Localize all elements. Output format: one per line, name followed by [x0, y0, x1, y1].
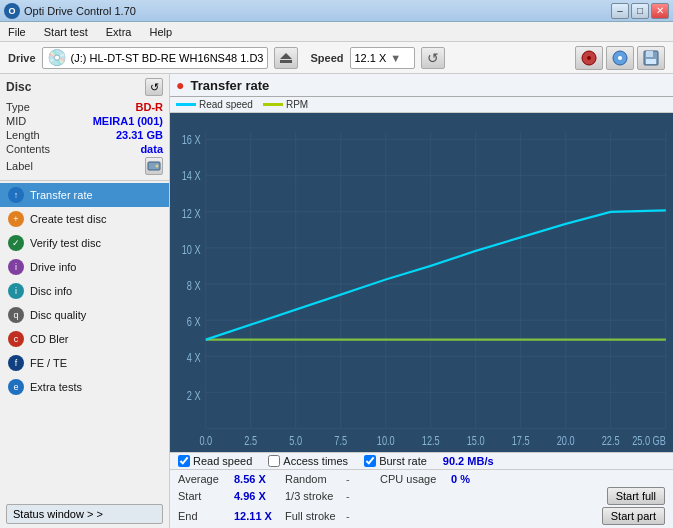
svg-point-3 [587, 56, 591, 60]
sidebar-item-cd-bler[interactable]: c CD Bler [0, 327, 169, 351]
svg-text:22.5: 22.5 [602, 433, 620, 447]
svg-text:10.0: 10.0 [377, 433, 395, 447]
svg-text:12 X: 12 X [182, 206, 201, 220]
access-times-check-label: Access times [283, 455, 348, 467]
sidebar-item-extra-tests[interactable]: e Extra tests [0, 375, 169, 399]
verify-test-disc-icon: ✓ [8, 235, 24, 251]
read-speed-checkbox[interactable] [178, 455, 190, 467]
sidebar: Disc ↺ Type BD-R MID MEIRA1 (001) Length… [0, 74, 170, 528]
full-stroke-label: Full stroke [285, 510, 340, 522]
svg-text:17.5: 17.5 [512, 433, 530, 447]
title-bar: O Opti Drive Control 1.70 – □ ✕ [0, 0, 673, 22]
svg-text:2 X: 2 X [187, 388, 201, 402]
label-icon [147, 159, 161, 173]
sidebar-label-extra-tests: Extra tests [30, 381, 82, 393]
sidebar-item-create-test-disc[interactable]: + Create test disc [0, 207, 169, 231]
drive-select[interactable]: 💿 (J:) HL-DT-ST BD-RE WH16NS48 1.D3 [42, 47, 269, 69]
svg-point-10 [156, 165, 159, 168]
legend-read-speed-label: Read speed [199, 99, 253, 110]
speed-select[interactable]: 12.1 X ▼ [350, 47, 415, 69]
disc-type-label: Type [6, 101, 30, 113]
window-controls: – □ ✕ [611, 3, 669, 19]
svg-rect-1 [280, 60, 292, 63]
sidebar-label-transfer-rate: Transfer rate [30, 189, 93, 201]
status-window-button[interactable]: Status window > > [6, 504, 163, 524]
disc-length-value: 23.31 GB [116, 129, 163, 141]
random-label: Random [285, 473, 340, 485]
cpu-usage-label: CPU usage [380, 473, 445, 485]
toolbar-buttons [575, 46, 665, 70]
app-title: Opti Drive Control 1.70 [24, 5, 136, 17]
eject-button[interactable] [274, 47, 298, 69]
toolbar-btn-1[interactable] [575, 46, 603, 70]
content-area: ● Transfer rate Read speed RPM 16 X 1 [170, 74, 673, 528]
end-label: End [178, 510, 228, 522]
burst-rate-check-label: Burst rate [379, 455, 427, 467]
disc-icon [611, 49, 629, 67]
start-part-button[interactable]: Start part [602, 507, 665, 525]
svg-marker-0 [280, 53, 292, 59]
svg-text:2.5: 2.5 [244, 433, 257, 447]
disc-label-row: Label [6, 156, 163, 176]
drive-bar: Drive 💿 (J:) HL-DT-ST BD-RE WH16NS48 1.D… [0, 42, 673, 74]
access-times-checkbox[interactable] [268, 455, 280, 467]
minimize-button[interactable]: – [611, 3, 629, 19]
disc-length-row: Length 23.31 GB [6, 128, 163, 142]
sidebar-item-fe-te[interactable]: f FE / TE [0, 351, 169, 375]
chart-svg: 16 X 14 X 12 X 10 X 8 X 6 X 4 X 2 X [170, 117, 671, 448]
main-layout: Disc ↺ Type BD-R MID MEIRA1 (001) Length… [0, 74, 673, 528]
menu-help[interactable]: Help [145, 25, 176, 39]
legend-read-speed: Read speed [176, 99, 253, 110]
menu-file[interactable]: File [4, 25, 30, 39]
chart-header-icon: ● [176, 77, 184, 93]
sidebar-label-disc-quality: Disc quality [30, 309, 86, 321]
refresh-button[interactable]: ↺ [421, 47, 445, 69]
disc-type-row: Type BD-R [6, 100, 163, 114]
disc-mid-value: MEIRA1 (001) [93, 115, 163, 127]
disc-length-label: Length [6, 129, 40, 141]
sidebar-label-disc-info: Disc info [30, 285, 72, 297]
maximize-button[interactable]: □ [631, 3, 649, 19]
read-speed-check-item: Read speed [178, 455, 252, 467]
drive-label: Drive [8, 52, 36, 64]
average-label: Average [178, 473, 228, 485]
sidebar-item-disc-info[interactable]: i Disc info [0, 279, 169, 303]
access-times-check-item: Access times [268, 455, 348, 467]
sidebar-label-verify-test-disc: Verify test disc [30, 237, 101, 249]
start-full-button[interactable]: Start full [607, 487, 665, 505]
disc-label-button[interactable] [145, 157, 163, 175]
drive-cd-icon: 💿 [47, 48, 67, 67]
chart-header: ● Transfer rate [170, 74, 673, 97]
status-window-label: Status window > > [13, 508, 103, 520]
stats-area: Average 8.56 X Random - CPU usage 0 % St… [170, 469, 673, 528]
sidebar-item-verify-test-disc[interactable]: ✓ Verify test disc [0, 231, 169, 255]
disc-refresh-button[interactable]: ↺ [145, 78, 163, 96]
menu-start-test[interactable]: Start test [40, 25, 92, 39]
eject-icon [279, 51, 293, 65]
save-button[interactable] [637, 46, 665, 70]
read-speed-check-label: Read speed [193, 455, 252, 467]
sidebar-item-transfer-rate[interactable]: ↑ Transfer rate [0, 183, 169, 207]
create-test-disc-icon: + [8, 211, 24, 227]
legend-rpm-label: RPM [286, 99, 308, 110]
chart-legend: Read speed RPM [170, 97, 673, 113]
drive-info-icon: i [8, 259, 24, 275]
disc-label-label: Label [6, 160, 33, 172]
menu-extra[interactable]: Extra [102, 25, 136, 39]
full-stroke-value: - [346, 510, 366, 522]
extra-tests-icon: e [8, 379, 24, 395]
svg-rect-8 [646, 59, 656, 64]
close-button[interactable]: ✕ [651, 3, 669, 19]
speed-label: Speed [310, 52, 343, 64]
toolbar-btn-2[interactable] [606, 46, 634, 70]
disc-section: Disc ↺ Type BD-R MID MEIRA1 (001) Length… [0, 74, 169, 181]
sidebar-item-drive-info[interactable]: i Drive info [0, 255, 169, 279]
title-bar-left: O Opti Drive Control 1.70 [4, 3, 136, 19]
start-label: Start [178, 490, 228, 502]
burst-rate-checkbox[interactable] [364, 455, 376, 467]
legend-read-speed-color [176, 103, 196, 106]
sidebar-label-fe-te: FE / TE [30, 357, 67, 369]
transfer-rate-icon: ↑ [8, 187, 24, 203]
disc-quality-icon: q [8, 307, 24, 323]
sidebar-item-disc-quality[interactable]: q Disc quality [0, 303, 169, 327]
